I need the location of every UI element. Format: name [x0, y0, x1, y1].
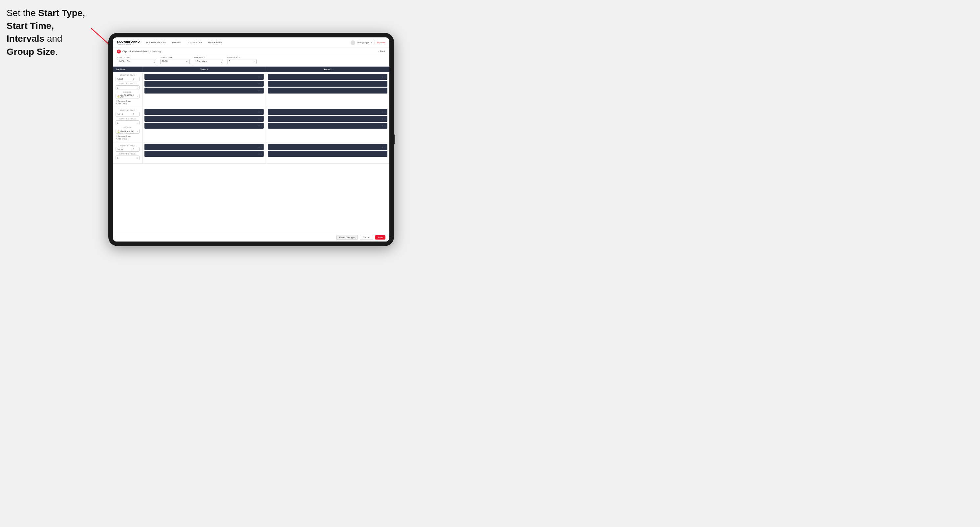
player-circle-icon[interactable]: ○ — [261, 90, 262, 92]
player-x-icon[interactable]: × — [258, 76, 260, 78]
intervals-label: Intervals — [194, 56, 223, 59]
start-type-select[interactable]: 1st Tee Start — [117, 59, 156, 64]
player-x-icon[interactable]: × — [382, 76, 383, 78]
player-circle-icon[interactable]: ○ — [261, 146, 262, 148]
player-x-icon[interactable]: × — [258, 146, 260, 148]
hole-value-3: 1 — [117, 157, 119, 159]
player-x-icon[interactable]: × — [382, 118, 383, 120]
tablet-screen: SCOREBOARD Powered by clipp.io TOURNAMEN… — [113, 37, 389, 241]
action-links-2: ○ Remove Group + Add Group — [116, 135, 140, 140]
hole-arrows-1: ▲ ▼ — [136, 86, 138, 89]
tablet-device: SCOREBOARD Powered by clipp.io TOURNAMEN… — [108, 33, 394, 246]
starting-time-value-2: 10:10 — [117, 113, 123, 116]
starting-time-field-2[interactable]: 10:10 ⏱ — [116, 112, 140, 116]
add-group-btn-2[interactable]: + Add Group — [116, 138, 140, 140]
hole-down-icon-3[interactable]: ▼ — [136, 158, 138, 159]
course-remove-icon-2[interactable]: × — [137, 130, 138, 132]
save-button[interactable]: Save — [375, 235, 385, 240]
player-x-icon[interactable]: × — [258, 83, 260, 85]
start-type-select-wrapper[interactable]: 1st Tee Start ▾ — [117, 59, 156, 64]
player-row-2-t1-2: × ○ — [145, 116, 264, 122]
player-x-icon[interactable]: × — [258, 125, 260, 127]
top-nav: SCOREBOARD Powered by clipp.io TOURNAMEN… — [113, 37, 389, 48]
player-circle-icon[interactable]: ○ — [261, 76, 262, 78]
instruction-line1-bold: Start Type, — [38, 8, 85, 18]
sign-out-link[interactable]: Sign out — [377, 41, 385, 44]
course-field-2[interactable]: ⛳ East Lake GC × — [116, 129, 140, 133]
start-type-group: Start Type 1st Tee Start ▾ — [117, 56, 156, 64]
starting-time-label-3: STARTING TIME: — [116, 144, 140, 146]
player-row-1-t2-1: × ○ — [268, 74, 387, 80]
player-circle-icon[interactable]: ○ — [261, 83, 262, 85]
starting-time-value-3: 10:20 — [117, 148, 123, 151]
starting-time-field-3[interactable]: 10:20 ⏱ — [116, 147, 140, 152]
nav-tab-rankings[interactable]: RANKINGS — [207, 41, 223, 44]
player-circle-icon[interactable]: ○ — [385, 146, 386, 148]
hole-value-1: 1 — [117, 87, 119, 89]
reset-changes-button[interactable]: Reset Changes — [336, 235, 358, 240]
group-size-select[interactable]: 3 — [227, 59, 257, 64]
intervals-select-wrapper[interactable]: 10 Minutes ▾ — [194, 59, 223, 64]
starting-hole-field-1[interactable]: 1 ▲ ▼ — [116, 85, 140, 90]
player-circle-icon[interactable]: ○ — [385, 118, 386, 120]
intervals-select[interactable]: 10 Minutes — [194, 59, 223, 64]
remove-group-btn-2[interactable]: ○ Remove Group — [116, 135, 140, 137]
hole-down-icon-1[interactable]: ▼ — [136, 87, 138, 89]
nav-tab-teams[interactable]: TEAMS — [171, 41, 181, 44]
course-name-1: (A) Peachtree GC — [121, 94, 135, 98]
starting-hole-label-3: STARTING HOLE: — [116, 153, 140, 155]
player-circle-icon[interactable]: ○ — [385, 76, 386, 78]
cancel-button[interactable]: Cancel — [360, 235, 373, 240]
player-x-icon[interactable]: × — [258, 153, 260, 155]
course-name-2: East Lake GC — [121, 130, 135, 133]
instruction-line3-normal: and — [45, 33, 62, 44]
player-row-3-t2-2 — [268, 151, 387, 157]
player-x-icon[interactable]: × — [382, 146, 383, 148]
tee-time-col-1: STARTING TIME: 10:00 ⏱ STARTING HOLE: 1 … — [113, 72, 143, 106]
user-email: blair@clippd.io — [357, 41, 372, 44]
hole-down-icon-2[interactable]: ▼ — [136, 123, 138, 124]
player-x-icon[interactable]: × — [382, 111, 383, 113]
player-row-2-t2-2: × ○ — [268, 116, 387, 122]
start-type-label: Start Type — [117, 56, 156, 59]
start-time-select[interactable]: 10:00 — [160, 59, 190, 64]
course-field-1[interactable]: ⛳ (A) Peachtree GC × — [116, 94, 140, 98]
starting-hole-label-2: STARTING HOLE: — [116, 118, 140, 120]
player-x-icon[interactable]: × — [258, 90, 260, 92]
user-avatar — [351, 40, 355, 45]
player-circle-icon[interactable]: ○ — [385, 125, 386, 127]
starting-hole-field-3[interactable]: 1 ▲ ▼ — [116, 156, 140, 160]
player-row-1-t1-3: × ○ — [145, 87, 264, 94]
back-button[interactable]: ‹ Back — [379, 50, 385, 53]
start-time-select-wrapper[interactable]: 10:00 ⏱ — [160, 59, 190, 64]
nav-tab-tournaments[interactable]: TOURNAMENTS — [145, 41, 167, 44]
nav-tab-committee[interactable]: COMMITTEE — [186, 41, 203, 44]
player-x-icon[interactable]: × — [258, 118, 260, 120]
player-circle-icon[interactable]: ○ — [261, 118, 262, 120]
player-circle-icon[interactable]: ○ — [261, 125, 262, 127]
course-remove-icon-1[interactable]: × — [137, 95, 138, 97]
player-row-2-t2-1: × ○ — [268, 109, 387, 115]
player-icons-1-t1-1: × ○ — [258, 76, 262, 78]
starting-time-field-1[interactable]: 10:00 ⏱ — [116, 77, 140, 81]
player-row-1-t1-1: × ○ — [145, 74, 264, 80]
bottom-bar: Reset Changes Cancel Save — [113, 233, 389, 241]
group-size-select-wrapper[interactable]: 3 ▾ — [227, 59, 257, 64]
player-x-icon[interactable]: × — [382, 125, 383, 127]
player-circle-icon[interactable]: ○ — [385, 111, 386, 113]
instruction-line3-bold: Intervals — [6, 33, 45, 44]
remove-group-btn-1[interactable]: ○ Remove Group — [116, 100, 140, 102]
player-row-1-t2-3 — [268, 87, 387, 94]
remove-icon-2: ○ — [116, 135, 117, 137]
starting-hole-field-2[interactable]: 1 ▲ ▼ — [116, 121, 140, 125]
intervals-value: 10 Minutes — [195, 60, 207, 62]
player-circle-icon[interactable]: ○ — [261, 111, 262, 113]
breadcrumb-tournament[interactable]: Clippd Invitational (Mar) — [123, 50, 148, 53]
team1-col-2: × ○ × ○ × ○ — [143, 107, 266, 142]
remove-icon-1: ○ — [116, 100, 117, 102]
time-clock-icon-1: ⏱ — [133, 78, 135, 80]
player-x-icon[interactable]: × — [258, 111, 260, 113]
player-circle-icon[interactable]: ○ — [261, 153, 262, 155]
add-group-btn-1[interactable]: + Add Group — [116, 102, 140, 105]
tee-time-col-3: STARTING TIME: 10:20 ⏱ STARTING HOLE: 1 … — [113, 143, 143, 163]
